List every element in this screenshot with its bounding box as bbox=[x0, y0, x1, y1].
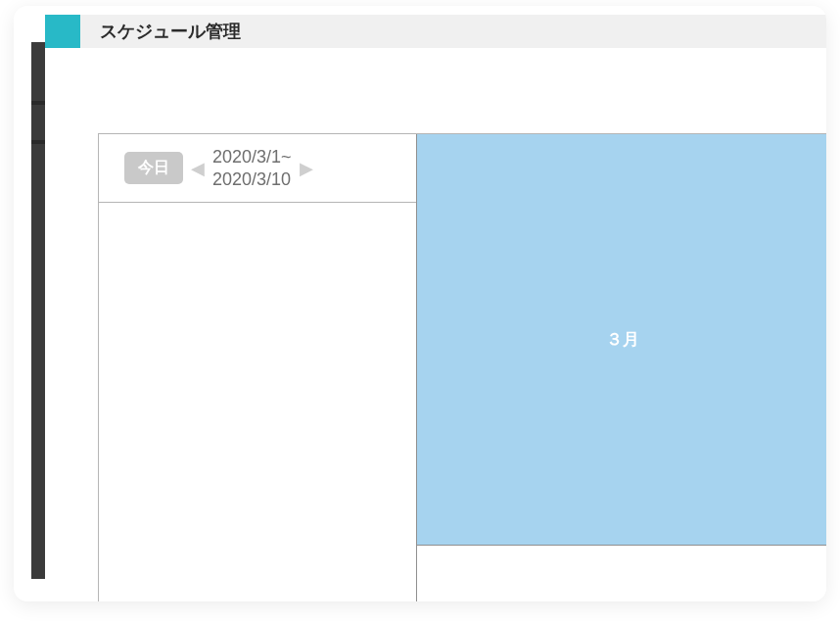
month-header-row: 今日 ◀ 2020/3/1~ 2020/3/10 ▶ ３月 1(月)2(火)3(… bbox=[99, 134, 826, 601]
next-range-icon[interactable]: ▶ bbox=[292, 158, 321, 179]
today-button[interactable]: 今日 bbox=[124, 152, 183, 184]
header-accent bbox=[45, 15, 80, 48]
month-label: ３月 bbox=[417, 134, 826, 546]
side-rail bbox=[31, 42, 45, 579]
date-toolbar: 今日 ◀ 2020/3/1~ 2020/3/10 ▶ bbox=[99, 134, 416, 203]
prev-range-icon[interactable]: ◀ bbox=[183, 158, 212, 179]
date-range-to: 2020/3/10 bbox=[212, 168, 292, 191]
page-title: スケジュール管理 bbox=[100, 20, 241, 43]
day-header: 1(月)2(火)3(水)4(木)5(金)6(土)7(日)8(月)9(火)10(水… bbox=[417, 546, 826, 601]
gantt-chart: 今日 ◀ 2020/3/1~ 2020/3/10 ▶ ３月 1(月)2(火)3(… bbox=[98, 133, 826, 601]
header-bar: スケジュール管理 bbox=[45, 15, 826, 48]
date-range-from: 2020/3/1~ bbox=[212, 146, 292, 168]
app-card: スケジュール管理 今日 ◀ 2020/3/1~ 2020/3/10 ▶ ３月 1… bbox=[14, 6, 826, 601]
date-range: 2020/3/1~ 2020/3/10 bbox=[212, 146, 292, 190]
